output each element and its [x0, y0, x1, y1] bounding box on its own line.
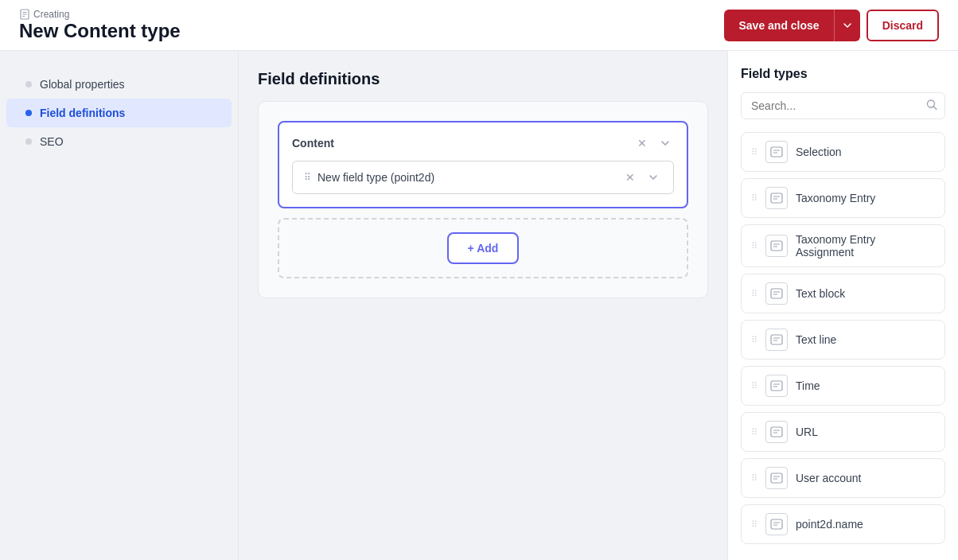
field-type-icon-user-account — [765, 467, 788, 489]
field-type-label-taxonomy-entry: Taxonomy Entry — [796, 192, 875, 204]
field-type-item-point2d-name[interactable]: ⠿ point2d.name — [741, 504, 945, 544]
field-type-item-url[interactable]: ⠿ URL — [741, 412, 945, 452]
add-button[interactable]: + Add — [447, 232, 520, 264]
drag-handle-icon: ⠿ — [751, 241, 757, 251]
header-left: Creating New Content type — [19, 9, 181, 42]
chevron-down-icon — [843, 21, 852, 30]
search-box — [741, 92, 945, 119]
field-definitions-panel: Content ✕ ⠿ New field type (point2d) ✕ — [258, 101, 708, 298]
save-dropdown-button[interactable] — [834, 10, 860, 41]
content-close-button[interactable]: ✕ — [634, 135, 650, 151]
content-block-header: Content ✕ — [292, 135, 674, 151]
field-type-label-url: URL — [796, 426, 818, 438]
field-type-icon-text-block — [765, 282, 788, 305]
sidebar-item-field-definitions[interactable]: Field definitions — [6, 99, 232, 127]
sidebar-dot — [25, 81, 32, 88]
chevron-down-icon-sm — [660, 138, 671, 149]
field-type-icon-url — [765, 421, 788, 443]
field-type-icon-taxonomy-entry-assignment — [765, 235, 788, 257]
field-type-label: New field type (point2d) — [317, 171, 616, 184]
content-block: Content ✕ ⠿ New field type (point2d) ✕ — [278, 121, 688, 208]
field-type-label-time: Time — [796, 379, 820, 392]
sidebar-item-global-properties[interactable]: Global properties — [6, 70, 232, 99]
svg-rect-24 — [771, 427, 782, 437]
field-type-label-taxonomy-entry-assignment: Taxonomy Entry Assignment — [796, 233, 935, 259]
drag-handle-icon: ⠿ — [751, 381, 757, 391]
field-type-item-time[interactable]: ⠿ Time — [741, 366, 945, 406]
svg-rect-6 — [771, 147, 782, 157]
content-expand-button[interactable] — [656, 136, 674, 150]
search-input[interactable] — [741, 92, 945, 119]
main-content: Field definitions Content ✕ ⠿ New field … — [239, 51, 727, 560]
field-types-title: Field types — [741, 67, 945, 81]
field-type-icon-point2d-name — [765, 513, 788, 535]
svg-rect-27 — [771, 473, 782, 483]
chevron-down-icon-field — [648, 172, 659, 183]
field-type-icon-text-line — [765, 329, 788, 351]
field-type-item-selection[interactable]: ⠿ Selection — [741, 132, 945, 172]
content-block-label: Content — [292, 137, 628, 150]
field-row: ⠿ New field type (point2d) ✕ — [292, 161, 674, 194]
field-types-panel: Field types ⠿ Selection ⠿ — [727, 51, 958, 560]
drag-handle-icon: ⠿ — [751, 289, 757, 299]
field-type-label-user-account: User account — [796, 472, 861, 484]
field-type-label-text-block: Text block — [796, 287, 845, 300]
field-type-icon-selection — [765, 141, 788, 163]
document-icon — [19, 9, 30, 20]
svg-rect-12 — [771, 241, 782, 251]
svg-rect-15 — [771, 289, 782, 298]
sidebar: Global properties Field definitions SEO — [0, 51, 239, 560]
field-type-item-taxonomy-entry-assignment[interactable]: ⠿ Taxonomy Entry Assignment — [741, 224, 945, 267]
drag-handle-icon: ⠿ — [751, 335, 757, 345]
field-type-item-text-line[interactable]: ⠿ Text line — [741, 320, 945, 360]
field-type-icon-taxonomy-entry — [765, 187, 788, 209]
sidebar-dot-seo — [25, 138, 32, 145]
discard-button[interactable]: Discard — [866, 10, 939, 41]
drag-handle-icon[interactable]: ⠿ — [304, 172, 311, 183]
svg-rect-30 — [771, 519, 782, 529]
add-button-area: + Add — [278, 218, 688, 278]
header-actions: Save and close Discard — [724, 10, 939, 41]
field-type-label-point2d-name: point2d.name — [796, 518, 863, 531]
drag-handle-icon: ⠿ — [751, 147, 757, 158]
field-expand-button[interactable] — [645, 170, 662, 185]
field-type-item-user-account[interactable]: ⠿ User account — [741, 458, 945, 498]
svg-rect-9 — [771, 193, 782, 203]
drag-handle-icon: ⠿ — [751, 519, 757, 530]
svg-rect-18 — [771, 335, 782, 344]
search-icon — [926, 99, 937, 113]
field-close-button[interactable]: ✕ — [622, 169, 638, 185]
field-type-icon-time — [765, 375, 788, 397]
creating-label: Creating — [19, 9, 181, 20]
sidebar-item-seo[interactable]: SEO — [6, 127, 232, 156]
header: Creating New Content type Save and close… — [0, 0, 958, 51]
drag-handle-icon: ⠿ — [751, 473, 757, 484]
field-type-label-text-line: Text line — [796, 333, 836, 346]
section-title: Field definitions — [258, 70, 708, 88]
field-type-item-text-block[interactable]: ⠿ Text block — [741, 274, 945, 313]
page-title: New Content type — [19, 20, 181, 42]
main-layout: Global properties Field definitions SEO … — [0, 51, 958, 560]
svg-line-5 — [934, 107, 937, 110]
svg-rect-21 — [771, 381, 782, 391]
save-button-group: Save and close — [724, 10, 859, 41]
save-and-close-button[interactable]: Save and close — [724, 10, 833, 41]
drag-handle-icon: ⠿ — [751, 427, 757, 438]
field-type-item-taxonomy-entry[interactable]: ⠿ Taxonomy Entry — [741, 178, 945, 218]
field-type-label-selection: Selection — [796, 146, 842, 158]
field-types-list: ⠿ Selection ⠿ Taxonomy Entry ⠿ — [741, 132, 945, 544]
sidebar-dot-active — [25, 110, 32, 116]
drag-handle-icon: ⠿ — [751, 193, 757, 204]
